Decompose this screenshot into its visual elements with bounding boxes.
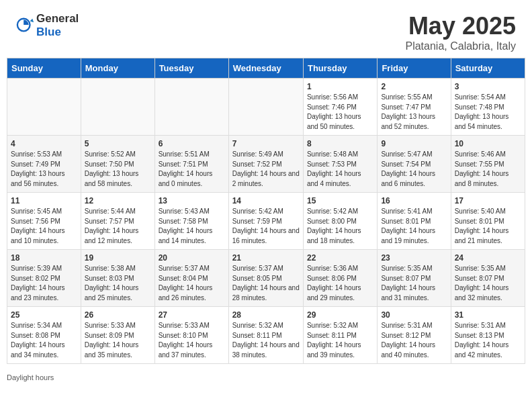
day-number: 15 [307, 196, 373, 205]
day-info: Sunrise: 5:53 AMSunset: 7:49 PMDaylight:… [11, 150, 77, 189]
day-info: Sunrise: 5:35 AMSunset: 8:07 PMDaylight:… [381, 264, 447, 303]
day-info: Sunrise: 5:42 AMSunset: 7:59 PMDaylight:… [232, 207, 300, 246]
day-cell [7, 79, 81, 136]
day-number: 1 [307, 82, 373, 91]
day-number: 9 [381, 139, 447, 148]
day-cell: 27Sunrise: 5:33 AMSunset: 8:10 PMDayligh… [154, 307, 228, 364]
day-cell: 8Sunrise: 5:48 AMSunset: 7:53 PMDaylight… [303, 136, 377, 193]
weekday-header-monday: Monday [81, 58, 154, 79]
day-number: 30 [381, 310, 447, 320]
day-cell: 22Sunrise: 5:36 AMSunset: 8:06 PMDayligh… [303, 250, 377, 307]
day-cell: 5Sunrise: 5:52 AMSunset: 7:50 PMDaylight… [81, 136, 154, 193]
day-number: 19 [85, 253, 151, 263]
day-info: Sunrise: 5:34 AMSunset: 8:08 PMDaylight:… [11, 321, 77, 360]
day-cell: 1Sunrise: 5:56 AMSunset: 7:46 PMDaylight… [303, 79, 377, 136]
day-info: Sunrise: 5:49 AMSunset: 7:52 PMDaylight:… [232, 150, 300, 189]
day-number: 16 [381, 196, 447, 205]
week-row-2: 4Sunrise: 5:53 AMSunset: 7:49 PMDaylight… [7, 136, 525, 193]
day-cell: 24Sunrise: 5:35 AMSunset: 8:07 PMDayligh… [451, 250, 525, 307]
day-number: 27 [159, 310, 225, 320]
day-number: 5 [85, 139, 151, 148]
day-cell: 4Sunrise: 5:53 AMSunset: 7:49 PMDaylight… [7, 136, 81, 193]
logo-general: General [36, 12, 79, 25]
day-cell: 11Sunrise: 5:45 AMSunset: 7:56 PMDayligh… [7, 193, 81, 250]
day-info: Sunrise: 5:36 AMSunset: 8:06 PMDaylight:… [307, 264, 373, 303]
weekday-header-row: SundayMondayTuesdayWednesdayThursdayFrid… [7, 58, 525, 79]
location-title: Platania, Calabria, Italy [405, 40, 516, 52]
day-cell: 13Sunrise: 5:43 AMSunset: 7:58 PMDayligh… [154, 193, 228, 250]
day-info: Sunrise: 5:52 AMSunset: 7:50 PMDaylight:… [85, 150, 151, 189]
day-cell: 17Sunrise: 5:40 AMSunset: 8:01 PMDayligh… [451, 193, 525, 250]
day-number: 13 [159, 196, 225, 205]
day-info: Sunrise: 5:32 AMSunset: 8:11 PMDaylight:… [232, 321, 300, 360]
day-number: 31 [455, 310, 521, 320]
day-info: Sunrise: 5:33 AMSunset: 8:10 PMDaylight:… [159, 321, 225, 360]
day-cell: 15Sunrise: 5:42 AMSunset: 8:00 PMDayligh… [303, 193, 377, 250]
day-cell [228, 79, 303, 136]
day-info: Sunrise: 5:37 AMSunset: 8:05 PMDaylight:… [232, 264, 300, 303]
day-cell: 26Sunrise: 5:33 AMSunset: 8:09 PMDayligh… [81, 307, 154, 364]
day-number: 26 [85, 310, 151, 320]
day-info: Sunrise: 5:31 AMSunset: 8:12 PMDaylight:… [381, 321, 447, 360]
day-info: Sunrise: 5:45 AMSunset: 7:56 PMDaylight:… [11, 207, 77, 246]
day-cell [81, 79, 154, 136]
day-cell: 20Sunrise: 5:37 AMSunset: 8:04 PMDayligh… [154, 250, 228, 307]
week-row-4: 18Sunrise: 5:39 AMSunset: 8:02 PMDayligh… [7, 250, 525, 307]
day-info: Sunrise: 5:35 AMSunset: 8:07 PMDaylight:… [455, 264, 521, 303]
day-number: 12 [85, 196, 151, 205]
day-info: Sunrise: 5:37 AMSunset: 8:04 PMDaylight:… [159, 264, 225, 303]
week-row-1: 1Sunrise: 5:56 AMSunset: 7:46 PMDaylight… [7, 79, 525, 136]
day-cell: 21Sunrise: 5:37 AMSunset: 8:05 PMDayligh… [228, 250, 303, 307]
day-info: Sunrise: 5:44 AMSunset: 7:57 PMDaylight:… [85, 207, 151, 246]
day-number: 7 [232, 139, 300, 148]
day-number: 4 [11, 139, 77, 148]
day-number: 3 [455, 82, 521, 91]
day-info: Sunrise: 5:40 AMSunset: 8:01 PMDaylight:… [455, 207, 521, 246]
day-number: 10 [455, 139, 521, 148]
weekday-header-sunday: Sunday [7, 58, 81, 79]
calendar-table: SundayMondayTuesdayWednesdayThursdayFrid… [7, 58, 525, 364]
day-number: 24 [455, 253, 521, 263]
day-number: 20 [159, 253, 225, 263]
title-block: May 2025 Platania, Calabria, Italy [405, 12, 516, 52]
day-number: 14 [232, 196, 300, 205]
day-info: Sunrise: 5:55 AMSunset: 7:47 PMDaylight:… [381, 93, 447, 132]
day-info: Sunrise: 5:39 AMSunset: 8:02 PMDaylight:… [11, 264, 77, 303]
day-number: 17 [455, 196, 521, 205]
day-cell: 30Sunrise: 5:31 AMSunset: 8:12 PMDayligh… [378, 307, 451, 364]
day-cell: 12Sunrise: 5:44 AMSunset: 7:57 PMDayligh… [81, 193, 154, 250]
day-number: 11 [11, 196, 77, 205]
logo-blue: Blue [36, 26, 61, 38]
footer-label: Daylight hours [7, 373, 54, 381]
day-info: Sunrise: 5:32 AMSunset: 8:11 PMDaylight:… [307, 321, 373, 360]
day-info: Sunrise: 5:38 AMSunset: 8:03 PMDaylight:… [85, 264, 151, 303]
day-cell: 18Sunrise: 5:39 AMSunset: 8:02 PMDayligh… [7, 250, 81, 307]
day-number: 28 [232, 310, 300, 320]
day-number: 25 [11, 310, 77, 320]
weekday-header-thursday: Thursday [303, 58, 377, 79]
day-number: 6 [159, 139, 225, 148]
day-info: Sunrise: 5:31 AMSunset: 8:13 PMDaylight:… [455, 321, 521, 360]
weekday-header-saturday: Saturday [451, 58, 525, 79]
day-info: Sunrise: 5:43 AMSunset: 7:58 PMDaylight:… [159, 207, 225, 246]
day-info: Sunrise: 5:41 AMSunset: 8:01 PMDaylight:… [381, 207, 447, 246]
day-number: 8 [307, 139, 373, 148]
day-number: 22 [307, 253, 373, 263]
logo: General Blue [16, 12, 79, 39]
week-row-5: 25Sunrise: 5:34 AMSunset: 8:08 PMDayligh… [7, 307, 525, 364]
page-container: General Blue May 2025 Platania, Calabria… [0, 0, 532, 385]
weekday-header-tuesday: Tuesday [154, 58, 228, 79]
weekday-header-wednesday: Wednesday [228, 58, 303, 79]
day-cell: 6Sunrise: 5:51 AMSunset: 7:51 PMDaylight… [154, 136, 228, 193]
day-cell: 28Sunrise: 5:32 AMSunset: 8:11 PMDayligh… [228, 307, 303, 364]
day-info: Sunrise: 5:48 AMSunset: 7:53 PMDaylight:… [307, 150, 373, 189]
day-cell: 19Sunrise: 5:38 AMSunset: 8:03 PMDayligh… [81, 250, 154, 307]
day-cell: 31Sunrise: 5:31 AMSunset: 8:13 PMDayligh… [451, 307, 525, 364]
day-info: Sunrise: 5:56 AMSunset: 7:46 PMDaylight:… [307, 93, 373, 132]
day-number: 21 [232, 253, 300, 263]
day-number: 2 [381, 82, 447, 91]
logo-icon [16, 16, 35, 35]
day-number: 23 [381, 253, 447, 263]
day-cell: 3Sunrise: 5:54 AMSunset: 7:48 PMDaylight… [451, 79, 525, 136]
footer: Daylight hours [0, 371, 532, 385]
